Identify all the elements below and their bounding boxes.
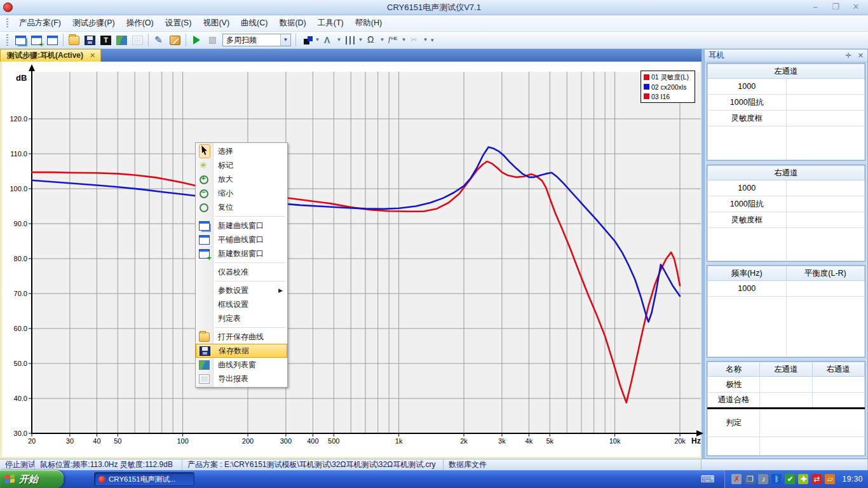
context-menu-item[interactable]: 仪器校准: [196, 265, 287, 279]
start-test-button[interactable]: [189, 33, 204, 47]
report-icon: [199, 374, 210, 384]
context-menu-item[interactable]: 放大: [196, 172, 287, 186]
menu-item-label: 打开保存曲线: [213, 332, 287, 342]
start-test-icon: [193, 36, 200, 44]
menu-item[interactable]: 数据(D): [273, 16, 311, 30]
impedance-button[interactable]: [364, 33, 379, 47]
svg-text:1k: 1k: [395, 437, 403, 445]
bars-button[interactable]: [342, 33, 357, 47]
chevron-down-icon[interactable]: ▼: [379, 33, 385, 47]
context-menu-item[interactable]: 选择: [196, 144, 287, 158]
marker-style-button[interactable]: [299, 33, 314, 47]
result-table-2: 频率(Hz)平衡度(L-R)1000: [707, 265, 865, 358]
chevron-down-icon[interactable]: ▼: [423, 33, 428, 47]
antivirus-icon[interactable]: ✚: [798, 474, 808, 484]
context-menu-item[interactable]: 框线设置: [196, 297, 287, 311]
input-method-keyboard-icon[interactable]: ⌨: [699, 473, 715, 485]
calibrate-pen-button[interactable]: [152, 33, 166, 47]
report-button[interactable]: [130, 33, 145, 47]
context-menu-item[interactable]: 判定表: [196, 311, 287, 325]
taskbar-task-button[interactable]: CRY6151电声测试...: [94, 472, 194, 486]
network-icon[interactable]: ❐: [745, 474, 755, 484]
tools-extra-button[interactable]: [407, 33, 422, 47]
restore-button[interactable]: ❐: [830, 2, 841, 12]
result-table-1: 右通道10001000阻抗灵敏度框: [707, 165, 865, 262]
context-menu-item[interactable]: 曲线列表窗: [196, 358, 287, 372]
context-menu-item[interactable]: 平铺曲线窗口: [196, 233, 287, 247]
stop-test-button[interactable]: [205, 33, 220, 47]
tab-strip: 测试步骤:耳机(Active) ✕: [0, 49, 702, 62]
context-menu-item[interactable]: 新建数据窗口: [196, 247, 287, 261]
tab-test-step-earphone[interactable]: 测试步骤:耳机(Active) ✕: [0, 49, 101, 62]
stop-test-icon: [209, 37, 216, 44]
app-orange-icon[interactable]: ▱: [825, 474, 835, 484]
context-menu-item[interactable]: 导出报表: [196, 372, 287, 386]
verdict-label: 判定: [708, 409, 760, 437]
context-menu-item[interactable]: 缩小: [196, 186, 287, 200]
open-folder-button[interactable]: [67, 33, 81, 47]
tab-label: 测试步骤:耳机(Active): [7, 50, 83, 61]
window-title: CRY6151电声测试仪V7.1: [0, 2, 868, 13]
text-tool-button[interactable]: [98, 33, 113, 47]
chevron-down-icon[interactable]: ▼: [280, 34, 290, 46]
toolbar-overflow-icon[interactable]: ▾: [431, 37, 434, 43]
compass-button[interactable]: [321, 33, 336, 47]
cascade-windows-button[interactable]: [13, 33, 28, 47]
report-icon: [132, 36, 143, 45]
svg-text:40: 40: [93, 437, 100, 445]
add-window-button[interactable]: [29, 33, 44, 47]
system-tray: ✗❐♪ᛒ✔✚⇄▱ 19:30: [724, 470, 868, 488]
chevron-down-icon[interactable]: ▼: [336, 33, 342, 47]
start-button[interactable]: 开始: [0, 470, 64, 488]
verdict-value: [760, 409, 865, 437]
result-table-3: 名称左通道右通道极性通道合格判定: [707, 361, 865, 456]
context-menu-item-highlighted[interactable]: 保存数据: [196, 344, 287, 358]
freq-response-button[interactable]: [386, 33, 400, 47]
context-menu-item[interactable]: 标记: [196, 158, 287, 172]
volume-icon[interactable]: ♪: [758, 474, 768, 484]
menu-separator: [196, 214, 287, 219]
minimize-button[interactable]: –: [810, 2, 821, 12]
sync-error-icon[interactable]: ⇄: [811, 474, 822, 484]
chevron-down-icon[interactable]: ▼: [358, 33, 363, 47]
chevron-down-icon[interactable]: ▼: [315, 33, 320, 47]
context-menu-item[interactable]: 新建曲线窗口: [196, 219, 287, 233]
close-button[interactable]: ✕: [850, 2, 862, 12]
chevron-down-icon[interactable]: ▼: [401, 33, 407, 47]
tile-curve-window-icon: [199, 235, 210, 245]
menu-item-icon-box: [196, 249, 213, 259]
settings-wrench-button[interactable]: [168, 33, 182, 47]
pin-icon[interactable]: ✛: [846, 51, 851, 60]
curve-list-button[interactable]: [114, 33, 129, 47]
status-segment-4: [702, 459, 868, 470]
param-label: 通道合格: [708, 393, 760, 409]
context-menu-item[interactable]: 复位: [196, 200, 287, 214]
tab-close-icon[interactable]: ✕: [90, 51, 95, 60]
table-header: 左通道: [708, 64, 865, 79]
curve-chart-panel[interactable]: 120.0110.0100.090.080.070.060.050.040.03…: [0, 62, 702, 459]
menu-item[interactable]: 操作(O): [121, 16, 159, 30]
menu-item[interactable]: 视图(V): [197, 16, 235, 30]
menu-item[interactable]: 测试步骤(P): [67, 16, 121, 30]
panel-close-icon[interactable]: ✕: [858, 51, 864, 60]
legend-color-swatch: [644, 84, 649, 90]
network-error-icon[interactable]: ✗: [731, 474, 742, 484]
save-icon: [85, 36, 95, 45]
context-menu-item[interactable]: 打开保存曲线: [196, 330, 287, 344]
context-menu-item[interactable]: 参数设置▶: [196, 283, 287, 297]
save-button[interactable]: [83, 33, 97, 47]
menu-item[interactable]: 帮助(H): [349, 16, 388, 30]
menu-item[interactable]: 设置(S): [159, 16, 198, 30]
result-panel-header: 耳机 ✛ ✕: [705, 50, 867, 62]
menu-item[interactable]: 工具(T): [312, 16, 349, 30]
bluetooth-icon[interactable]: ᛒ: [771, 474, 782, 484]
tile-windows-button[interactable]: [45, 33, 60, 47]
menu-item[interactable]: 曲线(C): [235, 16, 273, 30]
sweep-mode-select[interactable]: 多周扫频▼: [222, 34, 291, 46]
param-value: [812, 393, 864, 409]
cascade-windows-icon: [15, 36, 26, 45]
menu-item[interactable]: 产品方案(F): [13, 16, 67, 30]
security-shield-icon[interactable]: ✔: [785, 474, 795, 484]
param-label: 灵敏度框: [708, 212, 787, 228]
toolbar-separator: [186, 34, 186, 46]
